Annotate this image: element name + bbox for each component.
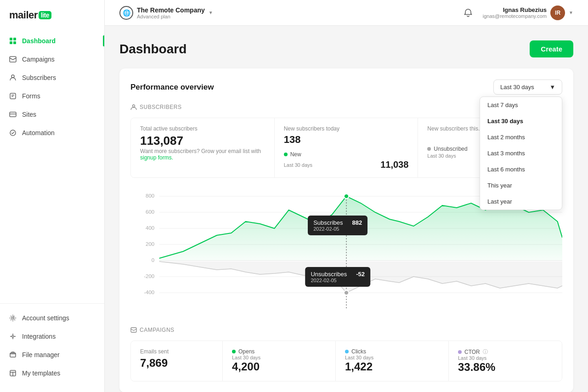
sidebar-item-integrations[interactable]: Integrations (4, 328, 101, 345)
new-today-label: New subscribers today (284, 125, 409, 132)
dropdown-option-last6m[interactable]: Last 6 months (480, 161, 562, 177)
new-subscribers-today-stat: New subscribers today 138 New Last 30 da… (275, 118, 418, 177)
new-dot (284, 153, 288, 156)
svg-rect-1 (13, 38, 16, 40)
sidebar-item-dashboard[interactable]: Dashboard (4, 32, 101, 50)
user-avatar: IR (550, 6, 565, 20)
dropdown-option-thisyear[interactable]: This year (480, 177, 562, 193)
ctor-value: 33.86% (458, 361, 553, 374)
user-name: Ignas Rubezius (483, 6, 547, 13)
main-area: 🌐 The Remote Company Advanced plan ▼ Ign… (105, 0, 588, 392)
notifications-bell-icon[interactable] (461, 6, 475, 20)
date-range-dropdown-wrapper: Last 30 days ▼ Last 7 days Last 30 days … (493, 80, 562, 95)
svg-rect-3 (13, 41, 16, 44)
company-details: The Remote Company Advanced plan (137, 6, 205, 19)
logo-text: mailer (9, 9, 38, 21)
user-chevron-icon: ▼ (569, 10, 573, 15)
campaigns-icon (9, 56, 17, 63)
page-title: Dashboard (119, 42, 187, 57)
svg-rect-2 (10, 41, 12, 44)
sidebar-label-dashboard: Dashboard (22, 37, 56, 45)
dropdown-option-last2m[interactable]: Last 2 months (480, 129, 562, 145)
svg-point-12 (12, 317, 14, 319)
unsub-period-label: Unsubscribed (434, 146, 467, 152)
dropdown-chevron-icon: ▼ (549, 84, 555, 91)
svg-text:800: 800 (146, 193, 154, 199)
logo-badge: lite (39, 11, 51, 19)
svg-text:-400: -400 (144, 290, 154, 295)
new-30-value: 11,038 (380, 159, 408, 170)
opens-value: 4,200 (232, 360, 326, 373)
opens-stat: Opens Last 30 days 4,200 (223, 341, 336, 381)
subscribers-hint: Want more subscribers? Grow your email l… (140, 148, 265, 161)
ctor-stat: CTOR ⓘ Last 30 days 33.86% (449, 341, 562, 381)
signup-forms-link[interactable]: signup forms. (140, 154, 173, 161)
unsubscribe-tooltip: Unsubscribes -52 2022-02-05 (305, 267, 370, 287)
topbar-right: Ignas Rubezius ignas@remotecompany.com I… (461, 6, 573, 20)
date-range-menu: Last 7 days Last 30 days Last 2 months L… (480, 97, 562, 210)
account-settings-icon (9, 314, 17, 322)
tooltip-sub-date: 2022-02-05 (313, 226, 362, 232)
opens-period: Last 30 days (232, 355, 326, 360)
logo: mailer lite (0, 0, 104, 32)
sidebar-item-my-templates[interactable]: My templates (4, 364, 101, 382)
tooltip-sub-value: 882 (352, 219, 362, 226)
svg-text:0: 0 (152, 257, 154, 263)
new-label: New (290, 151, 301, 158)
emails-sent-label: Emails sent (140, 348, 213, 355)
ctor-dot (458, 350, 462, 354)
sidebar-item-sites[interactable]: Sites (4, 106, 101, 123)
sidebar-label-forms: Forms (22, 92, 40, 100)
sidebar-item-subscribers[interactable]: Subscribers (4, 69, 101, 86)
templates-icon (9, 369, 17, 377)
ctor-info-icon: ⓘ (483, 348, 488, 355)
sidebar: mailer lite Dashboard Campaigns Subscrib… (0, 0, 105, 392)
user-menu[interactable]: Ignas Rubezius ignas@remotecompany.com I… (483, 6, 573, 20)
page-header: Dashboard Create (119, 40, 573, 57)
svg-text:-200: -200 (144, 273, 154, 279)
dropdown-option-last7[interactable]: Last 7 days (480, 97, 562, 113)
svg-text:600: 600 (146, 209, 154, 215)
globe-icon: 🌐 (119, 6, 133, 20)
svg-rect-36 (131, 328, 136, 332)
create-button[interactable]: Create (530, 40, 573, 57)
emails-sent-value: 7,869 (140, 357, 213, 369)
sidebar-item-forms[interactable]: Forms (4, 87, 101, 105)
clicks-stat: Clicks Last 30 days 1,422 (336, 341, 449, 381)
svg-text:400: 400 (146, 225, 154, 231)
total-subscribers-stat: Total active subscribers 113,087 Want mo… (131, 118, 275, 177)
sidebar-item-automation[interactable]: Automation (4, 124, 101, 142)
content-area: Dashboard Create Performance overview La… (105, 26, 588, 392)
total-subscribers-value: 113,087 (140, 134, 265, 148)
svg-rect-6 (10, 93, 16, 99)
sidebar-item-account-settings[interactable]: Account settings (4, 309, 101, 327)
sidebar-label-file-manager: File manager (22, 351, 60, 358)
topbar-company-info[interactable]: 🌐 The Remote Company Advanced plan ▼ (119, 6, 213, 20)
ctor-label: CTOR (464, 349, 480, 355)
clicks-label: Clicks (351, 348, 366, 355)
tooltip-unsub-value: -52 (356, 271, 365, 278)
forms-icon (9, 92, 17, 100)
dropdown-option-last30[interactable]: Last 30 days (480, 113, 562, 129)
user-text: Ignas Rubezius ignas@remotecompany.com (483, 6, 547, 19)
sidebar-item-campaigns[interactable]: Campaigns (4, 51, 101, 68)
sidebar-label-automation: Automation (22, 129, 55, 136)
clicks-value: 1,422 (345, 360, 439, 373)
campaigns-label: Campaigns (140, 327, 175, 333)
svg-rect-0 (10, 38, 12, 40)
subscribe-tooltip: Subscribes 882 2022-02-05 (308, 216, 368, 235)
svg-text:200: 200 (146, 241, 154, 247)
performance-title: Performance overview (130, 83, 214, 92)
date-range-dropdown[interactable]: Last 30 days ▼ (493, 80, 562, 95)
tooltip-unsub-label: Unsubscribes (311, 271, 347, 278)
company-name: The Remote Company (137, 6, 205, 14)
svg-rect-9 (10, 112, 16, 117)
sidebar-label-sites: Sites (22, 111, 36, 118)
dropdown-option-last3m[interactable]: Last 3 months (480, 145, 562, 161)
dropdown-selected-label: Last 30 days (500, 84, 534, 91)
sidebar-label-account-settings: Account settings (22, 314, 69, 322)
sidebar-item-file-manager[interactable]: File manager (4, 346, 101, 364)
dropdown-option-lastyear[interactable]: Last year (480, 193, 562, 210)
sidebar-label-my-templates: My templates (22, 369, 60, 377)
topbar: 🌐 The Remote Company Advanced plan ▼ Ign… (105, 0, 588, 26)
